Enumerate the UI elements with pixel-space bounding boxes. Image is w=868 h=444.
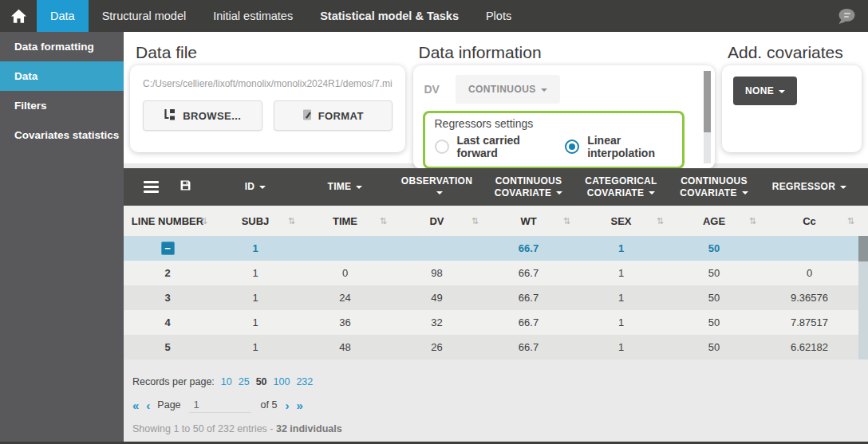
panels-band: Data file C:/Users/celliere/lixoft/monol…	[124, 32, 868, 163]
table-cell: −	[124, 242, 211, 255]
radio-circle-icon[interactable]	[565, 139, 579, 154]
sort-icon[interactable]: ⇅	[471, 216, 479, 226]
table-cell: 50	[668, 341, 760, 353]
format-file-icon	[302, 109, 312, 123]
table-cell: 1	[574, 341, 668, 353]
nav-tabs: DataStructural modelInitial estimatesSta…	[37, 0, 525, 32]
table-cell: 98	[391, 267, 483, 279]
showing-entries-text: Showing 1 to 50 of 232 entries -	[132, 423, 276, 434]
regressors-radio-group: Last carried forwardLinear interpolation	[435, 134, 673, 159]
nav-tab-initial-estimates[interactable]: Initial estimates	[199, 0, 306, 32]
sort-icon[interactable]: ⇅	[288, 216, 295, 226]
column-type-label: CATEGORICAL COVARIATE	[579, 175, 663, 199]
table-cell: 1	[574, 242, 668, 254]
sort-icon[interactable]: ⇅	[380, 216, 387, 226]
records-per-page-options: 102550100232	[215, 376, 313, 387]
column-header-sex: SEX⇅	[574, 206, 668, 236]
sort-icon[interactable]: ⇅	[200, 216, 207, 226]
nav-tab-plots[interactable]: Plots	[472, 0, 525, 32]
browse-button[interactable]: BROWSE...	[143, 100, 262, 131]
nav-tab-structural-model[interactable]: Structural model	[89, 0, 200, 32]
table-cell: 1	[211, 316, 299, 328]
browse-tree-icon	[164, 109, 176, 123]
panel-scrollbar-thumb[interactable]	[704, 71, 711, 132]
table-cell: 6.62182	[760, 341, 858, 353]
last-page-icon[interactable]: »	[296, 399, 302, 411]
radio-last-carried-forward[interactable]: Last carried forward	[435, 134, 545, 159]
table-cell: 1	[574, 292, 668, 304]
column-type-dropdown-id-1[interactable]: ID	[211, 168, 299, 206]
column-type-dropdown-categorical-covariate-5[interactable]: CATEGORICAL COVARIATE	[574, 168, 668, 206]
column-type-label: CONTINUOUS COVARIATE	[673, 175, 756, 199]
table-cell: 0	[760, 267, 858, 279]
table-cell: 1	[211, 341, 299, 353]
add-covariates-value: NONE	[745, 85, 774, 96]
table-scrollbar[interactable]	[858, 236, 868, 360]
table-cell: 49	[391, 292, 483, 304]
chevron-down-icon	[541, 88, 547, 92]
first-page-icon[interactable]: «	[132, 399, 139, 411]
table-scrollbar-thumb[interactable]	[858, 236, 868, 261]
column-header-time: TIME⇅	[299, 206, 391, 236]
sidebar-item-covariates-statistics[interactable]: Covariates statistics	[0, 120, 124, 150]
column-header-age: AGE⇅	[668, 206, 760, 236]
table-cell: 5	[124, 341, 211, 353]
save-icon[interactable]	[180, 179, 191, 194]
next-page-icon[interactable]: ›	[285, 399, 289, 411]
data-information-title: Data information	[419, 42, 715, 63]
sort-icon[interactable]: ⇅	[657, 216, 664, 226]
table-tools-cell	[124, 168, 211, 206]
column-header-label: SUBJ	[242, 215, 270, 227]
column-type-dropdown-continuous-covariate-6[interactable]: CONTINUOUS COVARIATE	[668, 168, 760, 206]
column-type-dropdown-time-2[interactable]: TIME	[299, 168, 391, 206]
column-header-wt: WT⇅	[483, 206, 574, 236]
prev-page-icon[interactable]: ‹	[146, 399, 150, 411]
records-option-25[interactable]: 25	[239, 376, 250, 387]
records-option-100[interactable]: 100	[274, 376, 290, 387]
sort-icon[interactable]: ⇅	[749, 216, 756, 226]
sidebar-item-data[interactable]: Data	[0, 61, 124, 91]
format-button[interactable]: FORMAT	[274, 100, 393, 131]
add-covariates-panel: Add. covariates NONE	[722, 32, 862, 163]
table-cell: 26	[391, 341, 483, 353]
table-cell: 66.7	[483, 341, 574, 353]
table-cell: 32	[391, 316, 483, 328]
column-type-label: ID	[245, 181, 266, 193]
records-option-10[interactable]: 10	[221, 376, 232, 387]
table-cell: 7.87517	[760, 316, 858, 328]
menu-icon[interactable]	[144, 181, 159, 193]
collapse-row-button[interactable]: −	[161, 242, 175, 255]
records-option-50[interactable]: 50	[256, 376, 267, 387]
column-type-dropdown-continuous-covariate-4[interactable]: CONTINUOUS COVARIATE	[483, 168, 574, 206]
page-label: Page	[157, 399, 180, 411]
records-option-232[interactable]: 232	[296, 376, 313, 387]
table-summary-row: −166.7150	[124, 236, 868, 261]
home-icon[interactable]	[0, 0, 37, 32]
chevron-down-icon	[356, 186, 362, 189]
panel-scrollbar[interactable]	[704, 71, 711, 163]
feedback-bubble-icon[interactable]	[835, 0, 868, 32]
column-header-label: SEX	[610, 215, 631, 227]
sort-icon[interactable]: ⇅	[563, 216, 570, 226]
radio-linear-interpolation[interactable]: Linear interpolation	[565, 134, 672, 159]
add-covariates-card: NONE	[722, 65, 862, 152]
table-cell: 50	[668, 267, 760, 279]
column-type-label: TIME	[328, 181, 363, 193]
page-number-input[interactable]	[189, 397, 251, 413]
nav-tab-data[interactable]: Data	[37, 0, 89, 32]
table-cell: 50	[668, 316, 760, 328]
column-header-subj: SUBJ⇅	[211, 206, 299, 236]
table-cell: 9.36576	[760, 292, 858, 304]
add-covariates-dropdown[interactable]: NONE	[733, 77, 797, 105]
radio-label: Last carried forward	[457, 134, 545, 159]
nav-tab-statistical-model-tasks[interactable]: Statistical model & Tasks	[306, 0, 472, 32]
dv-type-dropdown[interactable]: CONTINUOUS	[456, 75, 560, 104]
column-type-dropdown-observation-3[interactable]: OBSERVATION	[391, 168, 483, 206]
sidebar-item-filters[interactable]: Filters	[0, 91, 124, 120]
sort-icon[interactable]: ⇅	[847, 216, 854, 226]
chevron-down-icon	[840, 186, 846, 189]
radio-circle-icon[interactable]	[435, 139, 449, 154]
column-type-dropdown-regressor-7[interactable]: REGRESSOR	[760, 168, 858, 206]
column-header-line-number: LINE NUMBER⇅	[124, 206, 211, 236]
sidebar-item-data-formatting[interactable]: Data formatting	[0, 32, 124, 61]
